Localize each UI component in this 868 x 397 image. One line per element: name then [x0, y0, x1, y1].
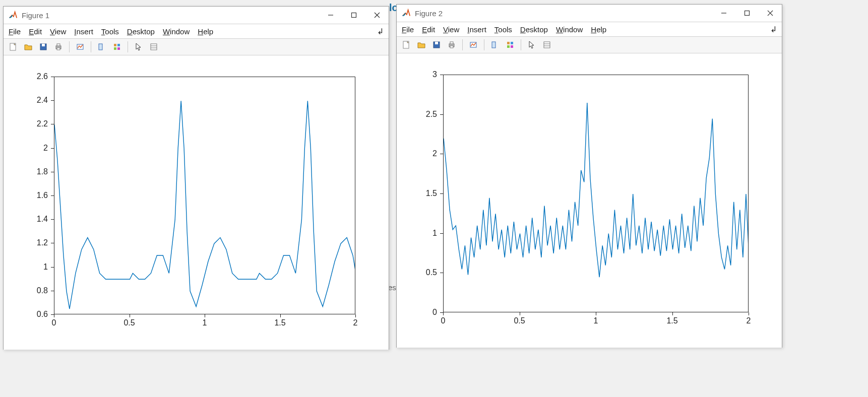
print-icon[interactable]	[445, 38, 458, 51]
axes[interactable]	[54, 77, 355, 314]
maximize-button[interactable]	[735, 5, 759, 22]
svg-rect-32	[492, 42, 495, 48]
y-tick-label: 0.8	[37, 286, 48, 295]
toolbar	[4, 39, 389, 55]
y-tick-label: 0.5	[426, 268, 437, 277]
menu-file[interactable]: File	[9, 27, 21, 36]
plot-area: 00.511.5200.511.522.53	[397, 53, 782, 348]
datatip-icon[interactable]	[95, 40, 108, 53]
matlab-icon	[9, 11, 18, 20]
menubar: File Edit View Insert Tools Desktop Wind…	[4, 24, 389, 39]
matlab-icon	[402, 9, 411, 18]
link-axes-icon[interactable]	[467, 38, 480, 51]
menu-desktop[interactable]: Desktop	[127, 27, 155, 36]
svg-rect-15	[114, 47, 116, 50]
titlebar[interactable]: Figure 2	[397, 5, 782, 22]
y-tick-label: 1	[43, 262, 48, 272]
toolbar	[397, 37, 782, 53]
menu-edit[interactable]: Edit	[422, 25, 435, 34]
x-tick-label: 2	[353, 318, 358, 327]
svg-rect-9	[57, 44, 60, 46]
datatip-icon[interactable]	[488, 38, 502, 51]
y-tick-label: 2.2	[37, 119, 48, 128]
y-tick-label: 1	[432, 229, 437, 238]
svg-rect-29	[450, 42, 453, 44]
menu-tools[interactable]: Tools	[494, 25, 512, 34]
x-tick-label: 1	[203, 318, 207, 327]
new-figure-icon[interactable]	[400, 38, 413, 51]
maximize-button[interactable]	[342, 7, 365, 24]
svg-rect-30	[450, 46, 453, 48]
close-button[interactable]	[759, 5, 782, 22]
menu-view[interactable]: View	[50, 27, 66, 36]
menu-insert[interactable]: Insert	[467, 25, 486, 34]
menu-file[interactable]: File	[402, 25, 414, 34]
y-tick-label: 3	[432, 70, 437, 79]
colorbar-icon[interactable]	[504, 38, 517, 51]
svg-rect-16	[117, 47, 120, 50]
x-tick-label: 2	[747, 316, 751, 325]
window-title: Figure 2	[415, 9, 443, 18]
menu-window[interactable]: Window	[556, 25, 583, 34]
y-tick-label: 1.2	[37, 238, 48, 247]
y-tick-label: 2.6	[37, 72, 48, 81]
titlebar[interactable]: Figure 1	[4, 7, 389, 24]
figure-window-1: Figure 1 File Edit View Insert Tools Des…	[3, 6, 389, 350]
x-tick-label: 1.5	[274, 318, 285, 327]
save-icon[interactable]	[37, 40, 50, 53]
open-icon[interactable]	[415, 38, 428, 51]
svg-rect-35	[507, 45, 510, 48]
menu-window[interactable]: Window	[163, 27, 190, 36]
y-tick-label: 0	[432, 308, 437, 317]
menu-help[interactable]: Help	[198, 27, 213, 36]
open-icon[interactable]	[22, 40, 35, 53]
print-icon[interactable]	[52, 40, 65, 53]
minimize-button[interactable]	[712, 5, 735, 22]
figure-window-2: Figure 2 File Edit View Insert Tools Des…	[396, 4, 782, 348]
menu-view[interactable]: View	[443, 25, 459, 34]
svg-rect-27	[435, 42, 438, 44]
bg-fragment: es	[388, 283, 396, 292]
save-icon[interactable]	[430, 38, 443, 51]
svg-rect-1	[352, 13, 356, 18]
pointer-icon[interactable]	[525, 38, 538, 51]
menubar: File Edit View Insert Tools Desktop Wind…	[397, 22, 782, 37]
y-tick-label: 2.4	[37, 96, 48, 105]
x-tick-label: 1.5	[666, 316, 677, 325]
x-tick-label: 0.5	[123, 318, 135, 327]
menu-help[interactable]: Help	[591, 25, 606, 34]
link-axes-icon[interactable]	[74, 40, 87, 53]
svg-rect-17	[151, 44, 157, 50]
menu-insert[interactable]: Insert	[74, 27, 93, 36]
minimize-button[interactable]	[319, 7, 342, 24]
svg-rect-33	[507, 42, 510, 44]
svg-rect-10	[57, 48, 60, 50]
menu-edit[interactable]: Edit	[29, 27, 42, 36]
y-tick-label: 1.6	[37, 191, 48, 200]
menu-tools[interactable]: Tools	[101, 27, 119, 36]
desktop: lo es Figure 1 File Edit View Insert Too…	[0, 0, 868, 397]
dock-icon[interactable]: ↲	[377, 27, 384, 36]
svg-rect-36	[511, 45, 513, 48]
series-line	[444, 75, 748, 312]
axes[interactable]	[443, 75, 749, 312]
svg-rect-12	[99, 44, 102, 50]
y-tick-label: 2	[43, 144, 48, 153]
colorbar-icon[interactable]	[110, 40, 123, 53]
x-tick-label: 0.5	[514, 316, 525, 325]
svg-rect-34	[511, 42, 513, 44]
property-inspector-icon[interactable]	[147, 40, 160, 53]
window-title: Figure 1	[22, 11, 49, 20]
svg-rect-14	[117, 44, 120, 46]
y-tick-label: 2	[432, 149, 437, 158]
dock-icon[interactable]: ↲	[770, 25, 777, 34]
pointer-icon[interactable]	[132, 40, 145, 53]
property-inspector-icon[interactable]	[540, 38, 553, 51]
y-tick-label: 1.8	[37, 167, 48, 176]
new-figure-icon[interactable]	[7, 40, 20, 53]
menu-desktop[interactable]: Desktop	[520, 25, 548, 34]
x-tick-label: 0	[441, 316, 446, 325]
y-tick-label: 1.4	[37, 215, 48, 224]
y-tick-label: 2.5	[426, 110, 437, 119]
close-button[interactable]	[365, 7, 389, 24]
